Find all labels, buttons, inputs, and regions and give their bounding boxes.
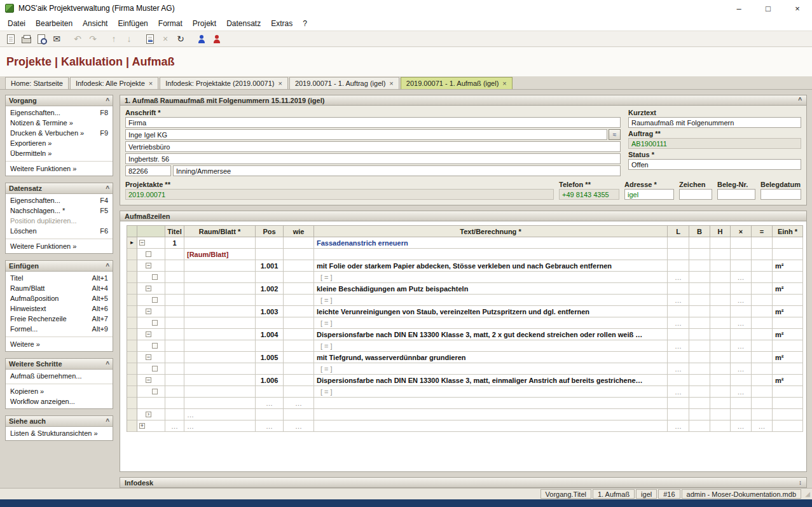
cell-titel[interactable]	[165, 340, 184, 352]
cell-eq[interactable]	[752, 295, 773, 306]
cell-raum[interactable]	[184, 317, 256, 329]
cell-b[interactable]	[689, 386, 710, 398]
cell-wie[interactable]	[284, 329, 314, 340]
cell-b[interactable]	[689, 237, 710, 249]
cell-raum[interactable]	[184, 375, 256, 386]
cell-h[interactable]	[710, 260, 731, 272]
cell-pos[interactable]: …	[256, 398, 284, 409]
tree-sub-icon[interactable]	[152, 343, 158, 349]
cell-h[interactable]	[710, 295, 731, 306]
grid-row[interactable]: [ = ]……	[127, 363, 803, 375]
resize-grip[interactable]: ◢	[801, 490, 810, 497]
sidebar-item-titel[interactable]: TitelAlt+1	[6, 273, 113, 283]
cell-text[interactable]: Dispersionsfarbe nach DIN EN 13300 Klass…	[314, 375, 668, 386]
cell-l[interactable]	[668, 375, 689, 386]
anschrift-line2-field[interactable]: Inge Igel KG	[125, 129, 607, 140]
tab-close-icon[interactable]: ×	[149, 80, 153, 87]
cell-l[interactable]: …	[668, 317, 689, 329]
cell-einh[interactable]	[773, 317, 803, 329]
grid-row[interactable]: −1.001mit Folie oder starkem Papier abde…	[127, 260, 803, 272]
cell-raum[interactable]	[184, 352, 256, 363]
cell-text[interactable]: Fassadenanstrich erneuern	[314, 237, 668, 249]
print-button[interactable]	[18, 32, 34, 46]
column-header-raum[interactable]: Raum/Blatt *	[184, 226, 256, 237]
cell-x[interactable]: …	[731, 317, 752, 329]
menu-item[interactable]: ?	[298, 17, 312, 30]
sidebar-item-listen-strukturansichten[interactable]: Listen & Strukturansichten »	[6, 428, 113, 438]
cell-x[interactable]	[731, 237, 752, 249]
sidebar-item-freie-rechenzeile[interactable]: Freie RechenzeileAlt+7	[6, 314, 113, 324]
sidebar-item-hinweistext[interactable]: HinweistextAlt+6	[6, 303, 113, 314]
cell-raum[interactable]	[184, 398, 256, 409]
cell-h[interactable]	[710, 340, 731, 352]
cell-h[interactable]	[710, 363, 731, 375]
cell-wie[interactable]	[284, 317, 314, 329]
cell-einh[interactable]	[773, 249, 803, 260]
cell-wie[interactable]	[284, 295, 314, 306]
cell-h[interactable]	[710, 352, 731, 363]
cell-h[interactable]	[710, 249, 731, 260]
cell-wie[interactable]	[284, 283, 314, 295]
sidebar-item-weitere-funktionen[interactable]: Weitere Funktionen »	[6, 239, 113, 251]
tree-node-icon[interactable]	[146, 251, 151, 257]
row-selector[interactable]	[127, 352, 137, 363]
cell-einh[interactable]: m²	[773, 375, 803, 386]
cell-eq[interactable]: …	[752, 420, 773, 432]
cell-h[interactable]	[710, 420, 731, 432]
cell-raum[interactable]	[184, 295, 256, 306]
column-header-einh[interactable]: Einh *	[773, 226, 803, 237]
cell-l[interactable]	[668, 352, 689, 363]
cell-l[interactable]	[668, 409, 689, 420]
cell-titel[interactable]	[165, 329, 184, 340]
grid-row[interactable]: −1.003leichte Verunreinigungen von Staub…	[127, 306, 803, 317]
tab-close-icon[interactable]: ×	[278, 80, 282, 87]
cell-pos[interactable]	[256, 237, 284, 249]
row-selector[interactable]	[127, 375, 137, 386]
cell-b[interactable]	[689, 340, 710, 352]
cell-h[interactable]	[710, 409, 731, 420]
cell-pos[interactable]: 1.001	[256, 260, 284, 272]
cell-eq[interactable]	[752, 352, 773, 363]
cell-wie[interactable]	[284, 340, 314, 352]
new-document-button[interactable]	[3, 32, 18, 46]
cell-titel[interactable]	[165, 398, 184, 409]
cell-x[interactable]	[731, 352, 752, 363]
cell-text[interactable]: leichte Verunreinigungen von Staub, vere…	[314, 306, 668, 317]
cell-eq[interactable]	[752, 306, 773, 317]
cell-text[interactable]: Dispersionsfarbe nach DIN EN 13300 Klass…	[314, 329, 668, 340]
tree-cell[interactable]: −	[137, 260, 165, 272]
cell-b[interactable]	[689, 283, 710, 295]
sidebar-item-aufma-bernehmen[interactable]: Aufmaß übernehmen...	[6, 371, 113, 381]
cell-l[interactable]: …	[668, 420, 689, 432]
cell-pos[interactable]: 1.002	[256, 283, 284, 295]
cell-einh[interactable]: m²	[773, 306, 803, 317]
cell-raum[interactable]	[184, 363, 256, 375]
cell-titel[interactable]	[165, 272, 184, 283]
cell-titel[interactable]	[165, 375, 184, 386]
aufmasszeilen-header[interactable]: Aufmaßzeilen	[120, 211, 807, 221]
cell-x[interactable]: …	[731, 420, 752, 432]
grid-row[interactable]: [ = ]……	[127, 317, 803, 329]
cell-eq[interactable]	[752, 237, 773, 249]
tab-2019-00071-1-auftrag-igel[interactable]: 2019.00071 - 1. Auftrag (igel)×	[289, 77, 399, 89]
tree-cell[interactable]	[137, 398, 165, 409]
cell-eq[interactable]	[752, 272, 773, 283]
sidebar-item-kopieren[interactable]: Kopieren »	[6, 384, 113, 396]
tab-close-icon[interactable]: ×	[502, 80, 506, 87]
cell-text[interactable]: [ = ]	[314, 317, 668, 329]
cell-einh[interactable]: m²	[773, 260, 803, 272]
cell-eq[interactable]	[752, 329, 773, 340]
cell-pos[interactable]: 1.005	[256, 352, 284, 363]
tree-minus-icon[interactable]: −	[146, 286, 151, 291]
cell-einh[interactable]: m²	[773, 329, 803, 340]
cell-b[interactable]	[689, 317, 710, 329]
row-selector[interactable]	[127, 409, 137, 420]
cell-b[interactable]	[689, 375, 710, 386]
telefon-field[interactable]: +49 8143 4355	[559, 189, 619, 200]
tree-cell[interactable]: +	[137, 420, 165, 432]
cell-titel[interactable]	[165, 295, 184, 306]
move-up-button[interactable]: ↑	[106, 32, 121, 46]
tree-minus-icon[interactable]: −	[146, 354, 151, 360]
tree-cell[interactable]	[137, 340, 165, 352]
grid-row[interactable]: [ = ]……	[127, 340, 803, 352]
